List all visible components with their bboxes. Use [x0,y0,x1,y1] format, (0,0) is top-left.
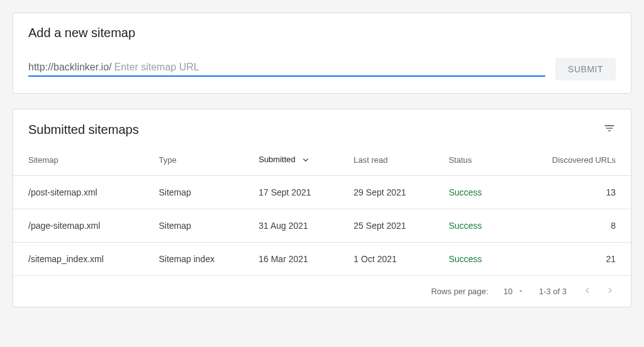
cell-sitemap: /sitemap_index.xml [13,243,151,276]
cell-discovered: 21 [509,243,631,276]
sitemaps-table: Sitemap Type Submitted Last read Status … [13,145,631,276]
add-sitemap-card: Add a new sitemap http://backlinker.io/ … [13,13,631,94]
sitemap-url-input[interactable] [112,62,546,73]
submit-button[interactable]: SUBMIT [555,58,616,80]
col-type[interactable]: Type [151,145,251,176]
cell-type: Sitemap [151,209,251,243]
table-row[interactable]: /post-sitemap.xml Sitemap 17 Sept 2021 2… [13,176,631,209]
cell-status: Success [441,176,509,209]
cell-lastread: 1 Oct 2021 [346,243,441,276]
col-sitemap[interactable]: Sitemap [13,145,151,176]
cell-sitemap: /post-sitemap.xml [13,176,151,209]
col-lastread[interactable]: Last read [346,145,441,176]
cell-lastread: 25 Sept 2021 [346,209,441,243]
chevron-down-icon [518,287,524,296]
cell-discovered: 13 [509,176,631,209]
pagination-range: 1-3 of 3 [539,287,567,296]
cell-type: Sitemap index [151,243,251,276]
table-header-row: Submitted sitemaps [13,122,631,145]
rows-per-page-value: 10 [503,287,512,296]
prev-page-button[interactable] [582,285,593,298]
cell-type: Sitemap [151,176,251,209]
cell-lastread: 29 Sept 2021 [346,176,441,209]
cell-submitted: 17 Sept 2021 [251,176,346,209]
cell-submitted: 16 Mar 2021 [251,243,346,276]
submitted-sitemaps-title: Submitted sitemaps [28,123,139,137]
cell-status: Success [441,209,509,243]
col-status[interactable]: Status [441,145,509,176]
cell-discovered: 8 [509,209,631,243]
rows-per-page-select[interactable]: 10 [503,287,523,296]
col-submitted-label: Submitted [258,155,296,164]
cell-sitemap: /page-sitemap.xml [13,209,151,243]
add-sitemap-input-row: http://backlinker.io/ SUBMIT [28,58,616,80]
next-page-button[interactable] [604,285,616,298]
add-sitemap-title: Add a new sitemap [28,26,616,40]
page-nav [582,285,616,298]
sitemap-url-prefix: http://backlinker.io/ [28,62,112,73]
pagination: Rows per page: 10 1-3 of 3 [13,276,631,307]
table-row[interactable]: /page-sitemap.xml Sitemap 31 Aug 2021 25… [13,209,631,243]
rows-per-page-label: Rows per page: [431,287,488,296]
sort-arrow-down-icon [301,155,310,165]
sitemap-url-wrap: http://backlinker.io/ [28,62,545,77]
col-submitted[interactable]: Submitted [251,145,346,176]
table-row[interactable]: /sitemap_index.xml Sitemap index 16 Mar … [13,243,631,276]
cell-submitted: 31 Aug 2021 [251,209,346,243]
cell-status: Success [441,243,509,276]
filter-icon[interactable] [603,122,616,137]
col-discovered[interactable]: Discovered URLs [509,145,631,176]
submitted-sitemaps-card: Submitted sitemaps Sitemap Type Submitte… [13,109,631,307]
